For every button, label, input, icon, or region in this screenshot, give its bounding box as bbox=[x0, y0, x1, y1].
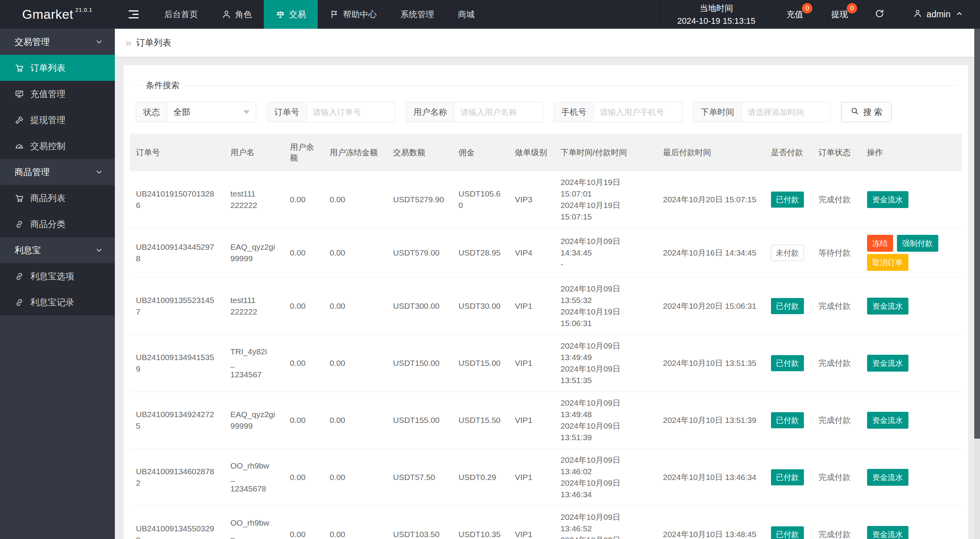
quick-links: 充值0提现0 bbox=[772, 0, 862, 29]
sidebar-group-children: 订单列表充值管理提现管理交易控制 bbox=[0, 55, 115, 159]
chevron-down-icon bbox=[95, 246, 103, 254]
nav-item-label: 系统管理 bbox=[400, 9, 434, 20]
cell-balance: 0.00 bbox=[284, 335, 323, 392]
fund-flow-button[interactable]: 资金流水 bbox=[867, 469, 908, 486]
paid-status-badge: 已付款 bbox=[771, 298, 804, 314]
topbar-right: 当地时间 2024-10-19 15:13:15 充值0提现0 admin bbox=[660, 0, 980, 29]
cell-last-pay-time: 2024年10月10日 13:48:45 bbox=[657, 506, 765, 539]
cell-order-pay-times: 2024年10月09日 13:55:322024年10月19日 15:06:31 bbox=[554, 278, 657, 335]
cell-balance: 0.00 bbox=[284, 278, 323, 335]
freeze-button[interactable]: 冻结 bbox=[867, 235, 893, 252]
cell-amount: USDT150.00 bbox=[387, 335, 452, 392]
cell-order-pay-times: 2024年10月19日 15:07:012024年10月19日 15:07:15 bbox=[554, 171, 657, 228]
sidebar-group-trade-management[interactable]: 交易管理 bbox=[0, 29, 115, 55]
cell-username: test111222222 bbox=[224, 278, 284, 335]
cell-order-no: UB2410191507013286 bbox=[130, 171, 224, 228]
refresh-button[interactable] bbox=[862, 0, 897, 29]
fund-flow-button[interactable]: 资金流水 bbox=[867, 355, 908, 372]
cell-level: VIP1 bbox=[509, 278, 554, 335]
sidebar-group-children: 利息宝选项利息宝记录 bbox=[0, 263, 115, 315]
cancel-order-button[interactable]: 取消订单 bbox=[867, 254, 908, 271]
cell-commission: USDT30.00 bbox=[452, 278, 509, 335]
phone-input[interactable] bbox=[594, 102, 683, 122]
recharge-button[interactable]: 充值0 bbox=[772, 0, 817, 29]
sidebar-item-label: 提现管理 bbox=[30, 114, 65, 126]
sidebar-group-children: 商品列表商品分类 bbox=[0, 185, 115, 237]
menu-toggle-icon[interactable] bbox=[115, 0, 152, 29]
sidebar-item-goods-category[interactable]: 商品分类 bbox=[0, 211, 115, 237]
app-logo-text: Gmarket bbox=[22, 7, 74, 22]
sidebar-item-trade-control[interactable]: 交易控制 bbox=[0, 133, 115, 159]
app: Gmarket21.0.1 后台首页角色交易帮助中心系统管理商城 当地时间 20… bbox=[0, 0, 980, 539]
cell-last-pay-time: 2024年10月10日 13:51:35 bbox=[657, 335, 765, 392]
username-label: 用户名称 bbox=[406, 102, 454, 122]
sidebar-item-lixibao-records[interactable]: 利息宝记录 bbox=[0, 289, 115, 315]
nav-item-trade[interactable]: 交易 bbox=[264, 0, 318, 29]
sidebar-item-order-list[interactable]: 订单列表 bbox=[0, 55, 115, 81]
app-version: 21.0.1 bbox=[75, 7, 93, 13]
order-no-input[interactable] bbox=[307, 102, 395, 122]
fund-flow-button[interactable]: 资金流水 bbox=[867, 298, 908, 315]
paid-status-badge: 已付款 bbox=[771, 469, 804, 485]
sidebar-group-label: 交易管理 bbox=[15, 36, 50, 48]
content-card: 条件搜索 状态 全部 订单号 用户名称 bbox=[124, 65, 968, 539]
cell-amount: USDT57.50 bbox=[387, 449, 452, 506]
sidebar-group-lixibao[interactable]: 利息宝 bbox=[0, 237, 115, 263]
user-menu[interactable]: admin bbox=[897, 0, 980, 29]
cell-frozen: 0.00 bbox=[323, 171, 387, 228]
paid-status-badge: 未付款 bbox=[771, 245, 804, 261]
cell-order-no: UB2410091434452978 bbox=[130, 228, 224, 278]
sidebar-group-goods-management[interactable]: 商品管理 bbox=[0, 159, 115, 185]
cell-amount: USDT155.00 bbox=[387, 392, 452, 449]
sidebar-group-label: 利息宝 bbox=[15, 244, 41, 256]
sidebar-item-goods-list[interactable]: 商品列表 bbox=[0, 185, 115, 211]
nav-item-mall[interactable]: 商城 bbox=[446, 0, 487, 29]
sidebar: 交易管理订单列表充值管理提现管理交易控制商品管理商品列表商品分类利息宝利息宝选项… bbox=[0, 29, 115, 539]
nav-item-roles[interactable]: 角色 bbox=[210, 0, 264, 29]
table-row: UB2410091434452978EAQ_qyz2gi999990.000.0… bbox=[130, 228, 962, 278]
withdraw-button[interactable]: 提现0 bbox=[817, 0, 862, 29]
fund-flow-button[interactable]: 资金流水 bbox=[867, 526, 908, 539]
cell-order-no: UB2410091355231457 bbox=[130, 278, 224, 335]
cell-order-pay-times: 2024年10月09日 14:34:45- bbox=[554, 228, 657, 278]
recharge-badge: 0 bbox=[802, 3, 812, 13]
cell-order-no: UB2410091345503293 bbox=[130, 506, 224, 539]
recharge-label: 充值 bbox=[786, 9, 803, 20]
cell-balance: 0.00 bbox=[284, 228, 323, 278]
cell-frozen: 0.00 bbox=[323, 335, 387, 392]
cart-icon bbox=[15, 193, 24, 203]
column-header: 用户冻结金额 bbox=[323, 134, 387, 171]
sidebar-item-lixibao-options[interactable]: 利息宝选项 bbox=[0, 263, 115, 289]
search-panel: 条件搜索 状态 全部 订单号 用户名称 bbox=[135, 80, 957, 131]
sidebar-item-withdraw-management[interactable]: 提现管理 bbox=[0, 107, 115, 133]
fund-flow-button[interactable]: 资金流水 bbox=[867, 191, 908, 208]
cell-level: VIP1 bbox=[509, 449, 554, 506]
paid-status-badge: 已付款 bbox=[771, 192, 804, 208]
breadcrumb: » 订单列表 bbox=[115, 29, 974, 57]
order-time-input[interactable] bbox=[742, 102, 830, 122]
column-header: 最后付款时间 bbox=[657, 134, 765, 171]
nav-item-help-center[interactable]: 帮助中心 bbox=[318, 0, 389, 29]
username-input[interactable] bbox=[454, 102, 543, 122]
nav-item-home[interactable]: 后台首页 bbox=[152, 0, 210, 29]
nav-item-system[interactable]: 系统管理 bbox=[389, 0, 446, 29]
table-row: UB2410091355231457test1112222220.000.00U… bbox=[130, 278, 962, 335]
scrollbar-thumb[interactable] bbox=[974, 29, 980, 439]
cell-last-pay-time: 2024年10月16日 14:34:45 bbox=[657, 228, 765, 278]
cell-order-no: UB2410091349415359 bbox=[130, 335, 224, 392]
local-time-label: 当地时间 bbox=[677, 2, 755, 15]
link-icon bbox=[15, 272, 24, 281]
status-select[interactable]: 全部 bbox=[167, 102, 256, 122]
search-button[interactable]: 搜 索 bbox=[841, 102, 892, 122]
search-button-label: 搜 索 bbox=[863, 106, 882, 118]
sidebar-item-recharge-management[interactable]: 充值管理 bbox=[0, 81, 115, 107]
cell-username: test111222222 bbox=[224, 171, 284, 228]
fund-flow-button[interactable]: 资金流水 bbox=[867, 412, 908, 429]
cell-actions: 资金流水 bbox=[861, 392, 962, 449]
force-pay-button[interactable]: 强制付款 bbox=[897, 235, 938, 252]
cell-commission: USDT105.60 bbox=[452, 171, 509, 228]
cell-order-status: 完成付款 bbox=[812, 171, 861, 228]
cell-paid: 已付款 bbox=[765, 506, 812, 539]
scrollbar[interactable] bbox=[974, 29, 980, 539]
cell-order-no: UB2410091349242725 bbox=[130, 392, 224, 449]
